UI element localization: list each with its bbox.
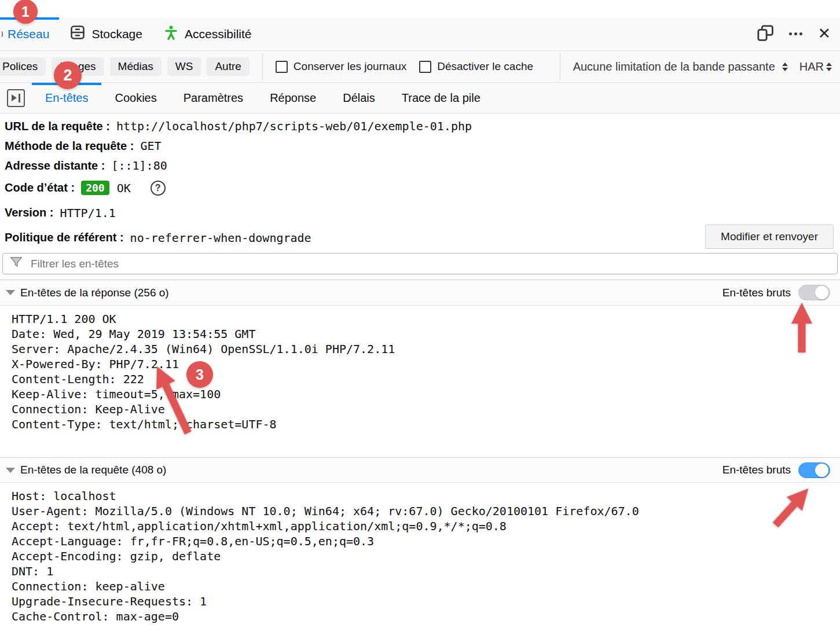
summary-row-remote-address: Adresse distante : [::1]:80 xyxy=(5,156,840,175)
har-dropdown[interactable]: HAR xyxy=(791,60,840,74)
persist-logs-checkbox[interactable]: Conserver les journaux xyxy=(276,60,406,73)
remote-address-value: [::1]:80 xyxy=(111,159,167,172)
request-header-line: Host: localhost xyxy=(12,489,840,504)
window-controls: ✕ xyxy=(756,17,840,50)
har-label: HAR xyxy=(799,60,824,74)
status-label: Code d’état : xyxy=(5,181,75,194)
request-header-line: Accept: text/html,application/xhtml+xml,… xyxy=(12,519,840,534)
checkbox-box[interactable] xyxy=(276,61,288,73)
request-header-line: DNT: 1 xyxy=(12,564,840,579)
collapse-triangle-icon[interactable] xyxy=(6,468,15,473)
sidebar-toggle-icon[interactable] xyxy=(7,89,25,107)
request-header-line: Upgrade-Insecure-Requests: 1 xyxy=(12,594,840,609)
response-header-line: Server: Apache/2.4.35 (Win64) OpenSSL/1.… xyxy=(12,341,840,357)
tab-params[interactable]: Paramètres xyxy=(170,83,256,113)
dropdown-arrows-icon xyxy=(826,63,832,71)
help-icon[interactable]: ? xyxy=(151,181,166,196)
request-detail-tabs: En-têtes Cookies Paramètres Réponse Déla… xyxy=(0,83,840,113)
devtools-toolbar: Réseau Stockage xyxy=(0,17,840,51)
top-spacer xyxy=(0,0,840,17)
request-header-line: User-Agent: Mozilla/5.0 (Windows NT 10.0… xyxy=(12,504,840,519)
summary-row-version: Version : HTTP/1.1 xyxy=(5,200,840,225)
response-headers-title: En-têtes de la réponse (256 o) xyxy=(20,287,169,299)
response-header-line: Keep-Alive: timeout=5, max=100 xyxy=(12,387,840,402)
throttling-controls: Aucune limitation de la bande passante H… xyxy=(560,51,840,82)
version-label: Version : xyxy=(5,206,53,219)
request-header-line: Cache-Control: max-age=0 xyxy=(12,609,840,624)
filter-pill-media[interactable]: Médias xyxy=(110,57,162,76)
funnel-icon xyxy=(10,256,23,271)
raw-headers-toggle[interactable] xyxy=(798,285,830,300)
network-filter-toolbar: Polices Images Médias WS Autre Conserver… xyxy=(0,51,840,83)
headers-filter-input[interactable]: Filtrer les en-têtes xyxy=(2,253,838,274)
filter-pill-ws[interactable]: WS xyxy=(167,57,201,76)
persist-logs-label: Conserver les journaux xyxy=(294,60,406,73)
disable-cache-checkbox[interactable]: Désactiver le cache xyxy=(419,60,533,73)
raw-headers-control: En-têtes bruts xyxy=(722,285,830,300)
raw-headers-label: En-têtes bruts xyxy=(722,287,791,299)
status-text: OK xyxy=(117,181,131,195)
response-header-line: X-Powered-By: PHP/7.2.11 xyxy=(12,357,840,372)
throttling-label: Aucune limitation de la bande passante xyxy=(573,60,775,74)
raw-headers-toggle[interactable] xyxy=(798,462,830,478)
tab-network[interactable]: Réseau xyxy=(0,17,59,50)
accessibility-icon xyxy=(163,25,179,43)
collapse-triangle-icon[interactable] xyxy=(6,290,15,295)
tab-timings[interactable]: Délais xyxy=(329,83,388,113)
referrer-policy-label: Politique de référent : xyxy=(5,231,124,244)
raw-headers-control: En-têtes bruts xyxy=(722,462,830,478)
request-header-line: Connection: keep-alive xyxy=(12,579,840,594)
version-value: HTTP/1.1 xyxy=(60,206,115,220)
method-value: GET xyxy=(140,139,161,153)
url-label: URL de la requête : xyxy=(5,120,110,133)
disable-cache-label: Désactiver le cache xyxy=(437,60,533,73)
divider xyxy=(262,53,263,80)
filter-pill-other[interactable]: Autre xyxy=(207,57,249,76)
tab-accessibility-label: Accessibilité xyxy=(185,27,252,41)
method-label: Méthode de la requête : xyxy=(5,139,134,153)
url-value: http://localhost/php7/scripts-web/01/exe… xyxy=(116,119,472,133)
meatball-menu-icon[interactable] xyxy=(789,32,802,35)
storage-icon xyxy=(69,24,86,43)
response-headers-block: HTTP/1.1 200 OK Date: Wed, 29 May 2019 1… xyxy=(0,306,840,457)
raw-headers-label: En-têtes bruts xyxy=(722,464,791,476)
tab-headers[interactable]: En-têtes xyxy=(32,83,101,113)
status-badge: 200 xyxy=(81,181,109,195)
tab-response[interactable]: Réponse xyxy=(256,83,329,113)
headers-filter-bar: Filtrer les en-têtes xyxy=(0,249,840,280)
edit-resend-button[interactable]: Modifier et renvoyer xyxy=(705,225,834,249)
response-header-line: Date: Wed, 29 May 2019 13:54:55 GMT xyxy=(12,326,840,341)
tab-network-label: Réseau xyxy=(8,27,49,41)
remote-address-label: Adresse distante : xyxy=(5,159,105,172)
tab-accessibility[interactable]: Accessibilité xyxy=(153,17,262,50)
summary-row-method: Méthode de la requête : GET xyxy=(5,136,840,156)
filter-pill-images[interactable]: Images xyxy=(52,57,104,76)
response-header-line: Content-Length: 222 xyxy=(12,372,840,387)
summary-row-status: Code d’état : 200 OK ? xyxy=(5,175,840,200)
request-summary: URL de la requête : http://localhost/php… xyxy=(0,113,840,249)
close-icon[interactable]: ✕ xyxy=(817,26,831,42)
responsive-design-mode-icon[interactable] xyxy=(756,24,774,44)
response-header-line: Content-Type: text/html; charset=UTF-8 xyxy=(12,417,840,432)
response-header-line: HTTP/1.1 200 OK xyxy=(12,311,840,326)
referrer-policy-value: no-referrer-when-downgrade xyxy=(130,231,311,245)
throttling-dropdown[interactable]: Aucune limitation de la bande passante xyxy=(560,60,791,74)
tab-storage-label: Stockage xyxy=(91,27,142,41)
tab-stack-trace[interactable]: Trace de la pile xyxy=(388,83,494,113)
clipped-network-icon xyxy=(0,31,3,37)
request-headers-title: En-têtes de la requête (408 o) xyxy=(20,464,166,476)
filter-placeholder: Filtrer les en-têtes xyxy=(31,258,119,270)
tab-storage[interactable]: Stockage xyxy=(59,17,153,50)
request-headers-section-header[interactable]: En-têtes de la requête (408 o) En-têtes … xyxy=(0,457,840,483)
checkbox-box[interactable] xyxy=(419,61,431,73)
dropdown-arrows-icon xyxy=(782,63,788,71)
response-headers-section-header[interactable]: En-têtes de la réponse (256 o) En-têtes … xyxy=(0,280,840,306)
response-header-line: Connection: Keep-Alive xyxy=(12,402,840,417)
summary-row-url: URL de la requête : http://localhost/php… xyxy=(5,116,840,136)
tab-cookies[interactable]: Cookies xyxy=(101,83,170,113)
request-headers-block: Host: localhost User-Agent: Mozilla/5.0 … xyxy=(0,483,840,639)
toolbar-spacer xyxy=(262,17,757,50)
filter-pill-fonts[interactable]: Polices xyxy=(0,57,46,76)
request-header-line: Accept-Encoding: gzip, deflate xyxy=(12,549,840,564)
devtools-network-panel: Réseau Stockage xyxy=(0,0,840,639)
